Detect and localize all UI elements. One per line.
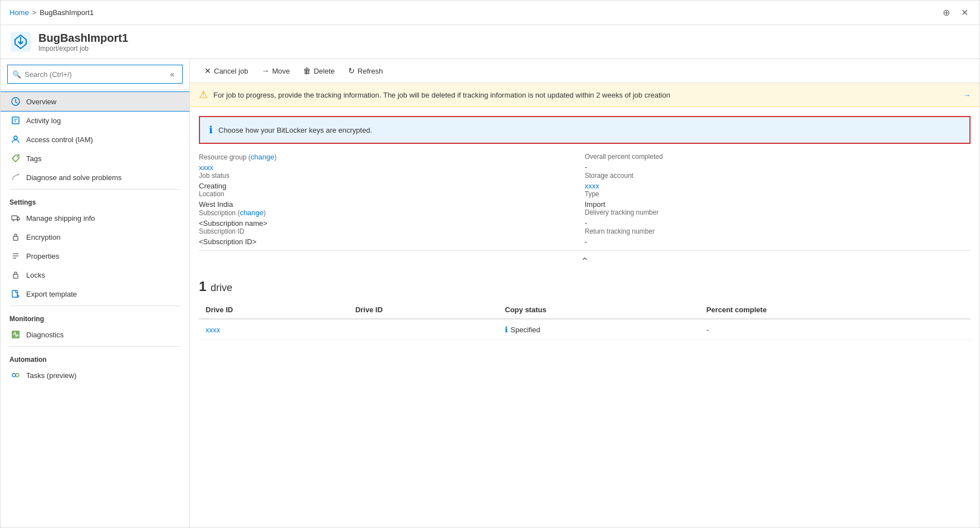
collapse-sidebar-button[interactable]: «: [167, 67, 178, 81]
monitoring-divider: [9, 306, 181, 306]
title-row: BugBashImport1 Import/export job: [1, 25, 979, 59]
sidebar-label-tags: Tags: [26, 154, 41, 163]
properties-icon: [11, 251, 21, 261]
move-button[interactable]: → Move: [256, 64, 295, 78]
details-grid: Resource group (change) xxxx Overall per…: [199, 153, 971, 246]
move-icon: →: [261, 66, 269, 75]
top-bar: Home > BugBashImport1 ⊕ ✕: [1, 1, 979, 25]
sidebar-label-encryption: Encryption: [26, 233, 60, 241]
breadcrumb-home[interactable]: Home: [9, 8, 29, 17]
specified-badge: ℹ Specified: [505, 325, 540, 334]
copy-status: ℹ Specified: [498, 319, 699, 340]
return-tracking-label: Return tracking number: [585, 227, 971, 235]
detail-subscription-id: Subscription ID <Subscription ID>: [199, 227, 585, 246]
svg-point-6: [17, 156, 18, 157]
sidebar-label-diagnose: Diagnose and solve problems: [26, 173, 121, 182]
encryption-icon: [11, 232, 21, 242]
drive-id-link[interactable]: xxxx: [199, 319, 349, 340]
svg-rect-15: [13, 274, 18, 278]
drive-table: Drive ID Drive ID Copy status Percent co…: [199, 301, 971, 340]
sidebar-label-properties: Properties: [26, 252, 59, 260]
move-label: Move: [272, 67, 290, 75]
tasks-icon: [11, 370, 21, 380]
sidebar-item-diagnose[interactable]: Diagnose and solve problems: [1, 168, 189, 187]
cancel-icon: ✕: [204, 66, 211, 75]
shipping-icon: [11, 213, 21, 223]
subscription-change-link[interactable]: change: [240, 209, 264, 217]
page-title: BugBashImport1: [38, 32, 128, 45]
detail-delivery-tracking: Delivery tracking number -: [585, 209, 971, 227]
sidebar-item-tasks[interactable]: Tasks (preview): [1, 366, 189, 385]
collapse-details-row: ⌃: [199, 250, 971, 272]
sidebar-label-tasks: Tasks (preview): [26, 371, 76, 380]
overall-percent-value: -: [585, 163, 971, 171]
sidebar-item-overview[interactable]: Overview: [1, 92, 189, 111]
resource-group-value[interactable]: xxxx: [199, 163, 585, 172]
svg-point-19: [16, 374, 19, 377]
storage-account-value[interactable]: xxxx: [585, 182, 971, 190]
refresh-button[interactable]: ↻ Refresh: [343, 64, 389, 78]
sidebar-item-encryption[interactable]: Encryption: [1, 227, 189, 246]
svg-point-18: [12, 374, 16, 377]
search-input[interactable]: [25, 70, 163, 79]
col-header-drive-id-2: Drive ID: [349, 301, 499, 319]
info-icon: ℹ: [209, 124, 213, 136]
automation-divider: [9, 346, 181, 347]
sidebar-label-export-template: Export template: [26, 290, 77, 298]
svg-rect-16: [12, 290, 17, 297]
return-tracking-value: -: [585, 238, 971, 246]
detail-return-tracking: Return tracking number -: [585, 227, 971, 246]
svg-point-9: [13, 220, 14, 221]
type-value: Import: [585, 200, 971, 209]
sidebar-item-access-control[interactable]: Access control (IAM): [1, 130, 189, 149]
close-button[interactable]: ✕: [959, 5, 971, 20]
breadcrumb-separator: >: [32, 8, 37, 17]
cancel-job-button[interactable]: ✕ Cancel job: [199, 64, 253, 78]
sidebar-item-tags[interactable]: Tags: [1, 149, 189, 168]
warning-banner: ⚠ For job to progress, provide the track…: [190, 83, 979, 107]
sidebar-item-activity-log[interactable]: Activity log: [1, 111, 189, 130]
resource-group-change-link[interactable]: change: [251, 153, 275, 161]
warning-arrow-icon[interactable]: →: [963, 91, 971, 99]
collapse-details-button[interactable]: ⌃: [581, 255, 589, 268]
settings-divider: [9, 189, 181, 190]
sidebar-label-activity-log: Activity log: [26, 117, 61, 125]
location-value: West India: [199, 200, 585, 209]
sidebar-item-locks[interactable]: Locks: [1, 265, 189, 284]
sidebar-item-properties[interactable]: Properties: [1, 246, 189, 265]
resource-icon: [9, 31, 32, 53]
subscription-id-value: <Subscription ID>: [199, 238, 585, 246]
drive-label: drive: [211, 282, 232, 293]
detail-overall-percent: Overall percent completed -: [585, 153, 971, 172]
info-banner: ℹ Choose how your BitLocker keys are enc…: [199, 116, 971, 144]
svg-rect-2: [12, 117, 19, 124]
diagnostics-icon: [11, 330, 21, 340]
sidebar-item-export-template[interactable]: Export template: [1, 284, 189, 303]
drive-count: 1: [199, 279, 206, 294]
sidebar-item-shipping[interactable]: Manage shipping info: [1, 209, 189, 227]
access-control-icon: [11, 134, 21, 144]
detail-location: Location West India: [199, 190, 585, 209]
sidebar-item-diagnostics[interactable]: Diagnostics: [1, 325, 189, 344]
subscription-value: <Subscription name>: [199, 219, 585, 227]
search-bar-container: 🔍 «: [1, 59, 189, 90]
col-header-percent-complete: Percent complete: [700, 301, 971, 319]
refresh-label: Refresh: [358, 67, 383, 75]
sidebar-label-access-control: Access control (IAM): [26, 135, 93, 144]
toolbar: ✕ Cancel job → Move 🗑 Delete ↻ Refresh: [190, 59, 979, 83]
page-subtitle: Import/export job: [38, 45, 128, 52]
delete-button[interactable]: 🗑 Delete: [298, 64, 340, 78]
svg-rect-8: [12, 216, 17, 220]
delivery-tracking-value: -: [585, 219, 971, 227]
search-input-wrap[interactable]: 🔍 «: [7, 65, 183, 84]
pin-button[interactable]: ⊕: [940, 5, 952, 20]
col-header-drive-id-1: Drive ID: [199, 301, 349, 319]
overall-percent-label: Overall percent completed: [585, 153, 971, 161]
settings-section-label: Settings: [1, 192, 189, 209]
location-label: Location: [199, 190, 585, 198]
col-header-copy-status: Copy status: [498, 301, 699, 319]
sidebar-label-shipping: Manage shipping info: [26, 214, 95, 222]
main-layout: 🔍 « Overview Activ: [1, 59, 979, 527]
warning-message: For job to progress, provide the trackin…: [213, 91, 670, 99]
tags-icon: [11, 153, 21, 163]
